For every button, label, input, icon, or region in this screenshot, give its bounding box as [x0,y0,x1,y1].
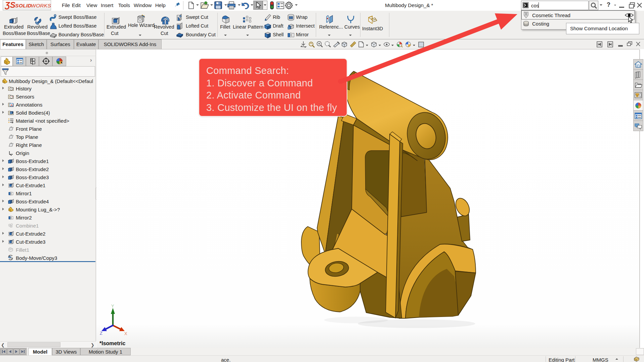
svg-text:ƷS: ƷS [4,0,15,9]
svg-text:SOLID: SOLID [15,3,32,8]
svg-text:WORKS: WORKS [31,3,51,8]
